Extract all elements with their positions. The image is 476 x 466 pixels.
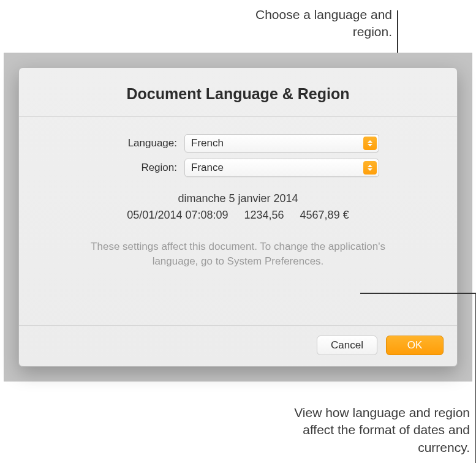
language-row: Language: French bbox=[43, 134, 433, 152]
ok-button[interactable]: OK bbox=[386, 336, 444, 355]
format-preview: dimanche 5 janvier 2014 05/01/2014 07:08… bbox=[43, 190, 433, 224]
updown-chevron-icon bbox=[363, 161, 377, 175]
region-select[interactable]: France bbox=[184, 159, 379, 177]
region-select-value: France bbox=[191, 162, 224, 174]
dialog-content: Language: French Region: France dimanche… bbox=[19, 117, 457, 325]
callout-language-region: Choose a language and region. bbox=[221, 6, 392, 41]
screenshot-frame: Document Language & Region Language: Fre… bbox=[4, 53, 472, 381]
region-label: Region: bbox=[43, 162, 184, 174]
callout-format-preview: View how language and region affect the … bbox=[292, 404, 470, 456]
dialog-title: Document Language & Region bbox=[31, 85, 445, 103]
cancel-button[interactable]: Cancel bbox=[317, 336, 377, 355]
language-label: Language: bbox=[43, 137, 184, 149]
preview-number: 1234,56 bbox=[244, 207, 284, 224]
preview-currency: 4567,89 € bbox=[300, 207, 349, 224]
region-row: Region: France bbox=[43, 159, 433, 177]
language-select-value: French bbox=[191, 137, 224, 149]
dialog-header: Document Language & Region bbox=[19, 68, 457, 117]
updown-chevron-icon bbox=[363, 137, 377, 150]
preview-long-date: dimanche 5 janvier 2014 bbox=[43, 190, 433, 207]
preview-datetime: 05/01/2014 07:08:09 bbox=[127, 207, 228, 224]
language-region-dialog: Document Language & Region Language: Fre… bbox=[18, 67, 458, 367]
language-select[interactable]: French bbox=[184, 134, 379, 152]
dialog-footer: Cancel OK bbox=[19, 325, 457, 366]
callout-line bbox=[360, 293, 476, 294]
helper-text: These settings affect this document. To … bbox=[43, 239, 433, 269]
